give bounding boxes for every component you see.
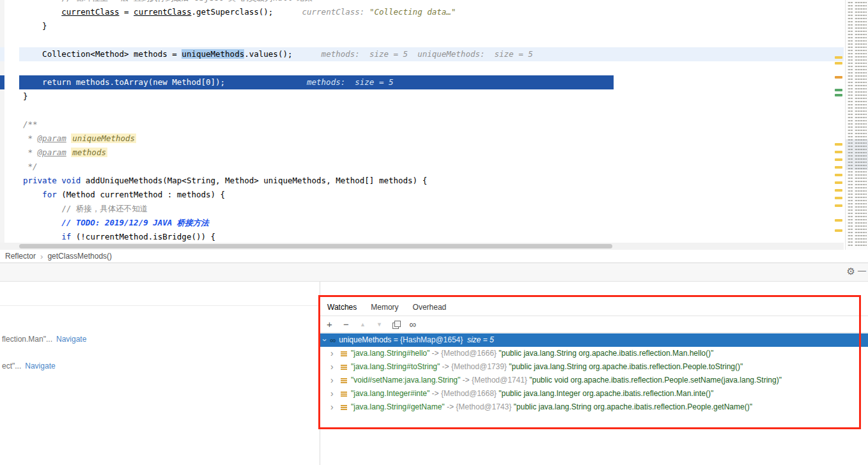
- code-token: [23, 232, 61, 241]
- inspection-mark[interactable]: [835, 229, 842, 232]
- watch-root-row[interactable]: › ∞ uniqueMethods = {HashMap@1654} size …: [320, 333, 868, 347]
- inspection-mark[interactable]: [835, 174, 842, 176]
- navigate-link[interactable]: Navigate: [56, 335, 86, 344]
- code-token: @param: [38, 133, 66, 143]
- code-line[interactable]: Collection<Method> methods = uniqueMetho…: [19, 47, 844, 61]
- move-up-button[interactable]: ▲: [357, 319, 368, 330]
- add-watch-button[interactable]: +: [324, 319, 335, 330]
- code-area[interactable]: // 循环往上 一层 直到执行到最后 Object 类 的父级为null 结束 …: [19, 0, 844, 243]
- debug-content: flection.Man"...Navigateect"...Navigate …: [0, 282, 868, 465]
- chevron-right-icon[interactable]: ›: [330, 360, 338, 374]
- horizontal-scrollbar[interactable]: [0, 243, 844, 250]
- inspection-mark[interactable]: [835, 151, 842, 153]
- hide-button[interactable]: —: [858, 266, 866, 276]
- code-token: }: [23, 91, 28, 101]
- breadcrumb-class[interactable]: Reflector: [5, 252, 36, 261]
- watch-entry-row[interactable]: ›"void#setName:java.lang.String" -> {Met…: [320, 374, 868, 387]
- chevron-right-icon[interactable]: ›: [330, 387, 338, 400]
- code-line[interactable]: currentClass = currentClass.getSuperclas…: [19, 5, 844, 19]
- watch-entry-row[interactable]: ›"java.lang.String#hello" -> {Method@166…: [320, 347, 868, 360]
- error-stripe: [833, 0, 845, 243]
- breadcrumb-method[interactable]: getClassMethods(): [47, 252, 112, 261]
- code-token: .getSuperclass();: [191, 7, 273, 17]
- code-token: methods: size = 5: [225, 77, 393, 87]
- code-line[interactable]: [19, 61, 844, 75]
- entry-key: "java.lang.Integer#inte": [351, 387, 430, 400]
- code-token: *: [23, 133, 38, 143]
- code-line[interactable]: }: [19, 89, 844, 103]
- inspection-mark[interactable]: [835, 94, 842, 96]
- code-token: currentClass: [61, 7, 119, 17]
- inspection-mark[interactable]: [835, 197, 842, 199]
- navigate-link[interactable]: Navigate: [25, 362, 55, 370]
- remove-watch-button[interactable]: −: [341, 319, 352, 330]
- code-token: uniqueMethods: [182, 49, 244, 59]
- code-token: currentClass:: [273, 7, 369, 17]
- entry-ref: {Method@1743}: [456, 400, 513, 414]
- entry-value: "public java.lang.String org.apache.ibat…: [509, 360, 743, 374]
- code-line[interactable]: */: [19, 160, 844, 174]
- code-line[interactable]: if (!currentMethod.isBridge()) {: [19, 230, 844, 243]
- watch-entry-row[interactable]: ›"java.lang.String#toString" -> {Method@…: [320, 360, 868, 374]
- inspection-mark[interactable]: [835, 89, 842, 91]
- inspection-mark[interactable]: [835, 166, 842, 169]
- minimap[interactable]: [845, 0, 868, 250]
- entry-value: "public java.lang.String org.apache.ibat…: [514, 400, 752, 414]
- chevron-right-icon[interactable]: ›: [330, 374, 338, 387]
- watch-entry-row[interactable]: ›"java.lang.Integer#inte" -> {Method@166…: [320, 387, 868, 400]
- watches-tree: › ∞ uniqueMethods = {HashMap@1654} size …: [320, 333, 868, 414]
- code-token: void: [61, 176, 81, 185]
- code-editor[interactable]: // 循环往上 一层 直到执行到最后 Object 类 的父级为null 结束 …: [0, 0, 868, 250]
- watches-entries: ›"java.lang.String#hello" -> {Method@166…: [320, 347, 868, 414]
- gear-icon[interactable]: ⚙: [847, 266, 855, 277]
- tab-overhead[interactable]: Overhead: [413, 303, 447, 312]
- inspection-mark[interactable]: [835, 181, 842, 184]
- code-line[interactable]: // 循环往上 一层 直到执行到最后 Object 类 的父级为null 结束: [19, 0, 844, 5]
- minimap-viewport[interactable]: [846, 139, 868, 170]
- code-line[interactable]: return methods.toArray(new Method[0]); m…: [19, 75, 614, 89]
- inspection-mark[interactable]: [835, 143, 842, 146]
- code-line[interactable]: for (Method currentMethod : methods) {: [19, 188, 844, 202]
- entry-arrow: ->: [445, 400, 456, 414]
- inspection-mark[interactable]: [835, 62, 842, 65]
- code-line[interactable]: /**: [19, 118, 844, 132]
- scrollbar-thumb[interactable]: [19, 244, 612, 248]
- ide-window: // 循环往上 一层 直到执行到最后 Object 类 的父级为null 结束 …: [0, 0, 868, 465]
- code-line[interactable]: private void addUniqueMethods(Map<String…: [19, 174, 844, 188]
- inspection-mark[interactable]: [835, 189, 842, 192]
- inspection-mark[interactable]: [835, 219, 842, 222]
- code-line[interactable]: // 桥接，具体还不知道: [19, 202, 844, 216]
- code-token: */: [23, 162, 38, 171]
- watches-toolbar: + − ▲ ▼ ∞: [320, 316, 868, 333]
- tab-watches[interactable]: Watches: [327, 303, 357, 312]
- chevron-right-icon[interactable]: ›: [330, 400, 338, 414]
- show-watches-button[interactable]: ∞: [407, 319, 418, 330]
- inspection-mark[interactable]: [835, 56, 842, 59]
- inspection-mark[interactable]: [835, 76, 842, 79]
- tab-memory[interactable]: Memory: [371, 303, 398, 312]
- code-line[interactable]: * @param methods: [19, 146, 844, 160]
- watch-entry-row[interactable]: ›"java.lang.String#getName" -> {Method@1…: [320, 400, 868, 414]
- copy-icon: [392, 321, 400, 328]
- watches-tabs: WatchesMemoryOverhead: [320, 299, 868, 316]
- entry-key: "java.lang.String#toString": [351, 360, 440, 374]
- move-down-button[interactable]: ▼: [374, 319, 385, 330]
- breadcrumb-bar: Reflector › getClassMethods(): [0, 250, 868, 263]
- code-line[interactable]: [19, 103, 844, 118]
- entry-ref: {Method@1739}: [451, 360, 509, 374]
- code-token: return methods.toArray(new Method[0]);: [23, 77, 225, 87]
- code-line[interactable]: * @param uniqueMethods: [19, 132, 844, 146]
- code-line[interactable]: }: [19, 19, 844, 33]
- chevron-down-icon[interactable]: ›: [318, 337, 332, 344]
- code-line[interactable]: // TODO: 2019/12/9 JAVA 桥接方法: [19, 216, 844, 230]
- chevron-right-icon[interactable]: ›: [330, 347, 338, 360]
- code-token: }: [23, 21, 47, 31]
- map-entry-icon: [341, 365, 347, 370]
- inspection-mark[interactable]: [835, 204, 842, 207]
- code-token: *: [23, 148, 38, 157]
- code-line[interactable]: [19, 33, 844, 47]
- code-token: (Method currentMethod : methods) {: [57, 190, 225, 199]
- duplicate-watch-button[interactable]: [391, 319, 401, 330]
- code-token: methods: size = 5 uniqueMethods: size = …: [292, 49, 532, 59]
- inspection-mark[interactable]: [835, 158, 842, 161]
